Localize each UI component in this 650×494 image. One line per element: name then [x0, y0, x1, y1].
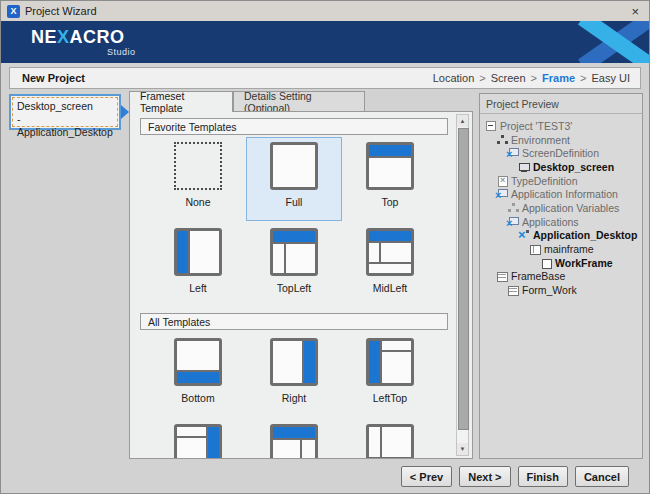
- monitor-x-icon: [507, 216, 519, 228]
- tree-item-screendefinition[interactable]: ScreenDefinition: [480, 146, 642, 160]
- screen-item-inner: Desktop_screen - Application_Desktop: [12, 97, 118, 127]
- page-header-bar: New Project Location > Screen > Frame > …: [9, 67, 641, 89]
- finish-button[interactable]: Finish: [518, 466, 568, 487]
- tree-item-label: Application Variables: [522, 202, 619, 214]
- template-option-none[interactable]: None: [150, 137, 246, 221]
- tree-item-label: ScreenDefinition: [522, 147, 599, 159]
- monitor-x-icon: [507, 147, 519, 159]
- template-option-bottom[interactable]: Bottom: [150, 333, 246, 417]
- template-pane: [382, 352, 411, 383]
- page-title: New Project: [22, 72, 85, 84]
- close-icon[interactable]: ×: [627, 5, 643, 18]
- template-pane: [273, 440, 300, 459]
- tree-item-typedefinition[interactable]: TypeDefinition: [480, 174, 642, 188]
- template-option-lefttop[interactable]: LeftTop: [342, 333, 438, 417]
- brand-ne: NE: [31, 27, 57, 47]
- template-pane: [273, 145, 315, 187]
- tab-details-setting[interactable]: Details Setting (Optional): [233, 91, 365, 112]
- template-label: Left: [189, 282, 207, 294]
- template-thumb-left: [174, 228, 222, 276]
- template-pane: [177, 438, 206, 459]
- screen-item-line1: Desktop_screen: [17, 100, 113, 113]
- screen-list-item-desktop[interactable]: Desktop_screen - Application_Desktop: [9, 94, 121, 130]
- scrollbar-thumb[interactable]: [458, 128, 469, 430]
- tree-item-project[interactable]: Project 'TEST3': [480, 119, 642, 133]
- cluster-icon: [496, 134, 508, 146]
- template-option-bottomleft[interactable]: [342, 419, 438, 459]
- screen-item-line2: - Application_Desktop: [17, 113, 113, 139]
- template-thumb-none: [174, 142, 222, 190]
- template-row: Bottom Right LeftTop: [150, 333, 438, 419]
- breadcrumb-frame[interactable]: Frame: [542, 72, 575, 84]
- tree-item-application-variables[interactable]: Application Variables: [480, 201, 642, 215]
- brand-x: X: [57, 27, 70, 47]
- template-row-partial: [150, 419, 438, 459]
- template-option-topright[interactable]: [246, 419, 342, 459]
- template-thumb-top: [366, 142, 414, 190]
- grid-icon: [496, 270, 508, 282]
- template-thumb-lefttop: [366, 338, 414, 386]
- tab-frameset-template[interactable]: Frameset Template: [129, 91, 233, 112]
- tree-item-form-work[interactable]: Form_Work: [480, 283, 642, 297]
- template-pane: [177, 427, 206, 436]
- prev-button[interactable]: < Prev: [401, 466, 452, 487]
- scroll-up-icon[interactable]: ▲: [457, 115, 468, 127]
- cluster-icon: [507, 202, 519, 214]
- template-option-right[interactable]: Right: [246, 333, 342, 417]
- template-label: LeftTop: [373, 392, 407, 404]
- template-pane: [273, 231, 315, 242]
- tree-item-application-desktop[interactable]: Application_Desktop: [480, 229, 642, 243]
- template-label: MidLeft: [373, 282, 407, 294]
- template-row: None Full Top: [150, 137, 438, 223]
- template-pane: [369, 264, 411, 273]
- tree-item-label: Application Information: [511, 188, 618, 200]
- template-label: Right: [282, 392, 307, 404]
- template-pane: [190, 231, 219, 273]
- template-label: Bottom: [181, 392, 214, 404]
- tree-item-label: Application_Desktop: [533, 229, 637, 241]
- breadcrumb-easy-ui[interactable]: Easy UI: [591, 72, 630, 84]
- app-logo-icon: X: [7, 5, 20, 18]
- tree-item-applications[interactable]: Applications: [480, 215, 642, 229]
- tree-item-label: WorkFrame: [555, 257, 613, 269]
- template-option-top[interactable]: Top: [342, 137, 438, 221]
- template-pane: [273, 341, 302, 383]
- collapse-box-icon[interactable]: [485, 120, 497, 132]
- tree-item-application-information[interactable]: Application Information: [480, 187, 642, 201]
- tree-item-environment[interactable]: Environment: [480, 133, 642, 147]
- breadcrumb-separator: >: [580, 72, 586, 84]
- next-button[interactable]: Next >: [459, 466, 510, 487]
- template-option-topleft[interactable]: TopLeft: [246, 223, 342, 307]
- group-header-all: All Templates: [140, 313, 448, 330]
- template-pane: [177, 372, 219, 383]
- tree-item-desktop-screen[interactable]: Desktop_screen: [480, 160, 642, 174]
- project-wizard-dialog: X Project Wizard × NEXACRO Studio New Pr…: [0, 0, 650, 494]
- scroll-down-icon[interactable]: ▼: [457, 443, 468, 455]
- x-brand-icon: [571, 21, 649, 63]
- group-header-favorites: Favorite Templates: [140, 118, 448, 135]
- nexacro-logo: NEXACRO: [31, 28, 125, 46]
- template-pane: [177, 341, 219, 370]
- tree-item-mainframe[interactable]: mainframe: [480, 242, 642, 256]
- template-option-midleft[interactable]: MidLeft: [342, 223, 438, 307]
- studio-label: Studio: [107, 47, 136, 57]
- breadcrumb-location[interactable]: Location: [433, 72, 475, 84]
- cancel-button[interactable]: Cancel: [575, 466, 629, 487]
- template-thumb-bottom: [174, 338, 222, 386]
- template-option-righttop[interactable]: [150, 419, 246, 459]
- template-scrollbar[interactable]: ▲ ▼: [456, 114, 469, 456]
- tree-item-label: Environment: [511, 134, 570, 146]
- preview-panel-title: Project Preview: [480, 94, 642, 114]
- tree-item-workframe[interactable]: WorkFrame: [480, 256, 642, 270]
- template-pane: [382, 427, 411, 457]
- template-option-full[interactable]: Full: [246, 137, 342, 221]
- window-title: Project Wizard: [25, 5, 97, 17]
- breadcrumb-screen[interactable]: Screen: [491, 72, 526, 84]
- template-thumb-topright: [270, 424, 318, 459]
- tree-item-framebase[interactable]: FrameBase: [480, 270, 642, 284]
- template-pane: [286, 244, 315, 273]
- template-thumb-right: [270, 338, 318, 386]
- template-pane: [369, 145, 411, 156]
- frame-icon: [529, 243, 541, 255]
- template-option-left[interactable]: Left: [150, 223, 246, 307]
